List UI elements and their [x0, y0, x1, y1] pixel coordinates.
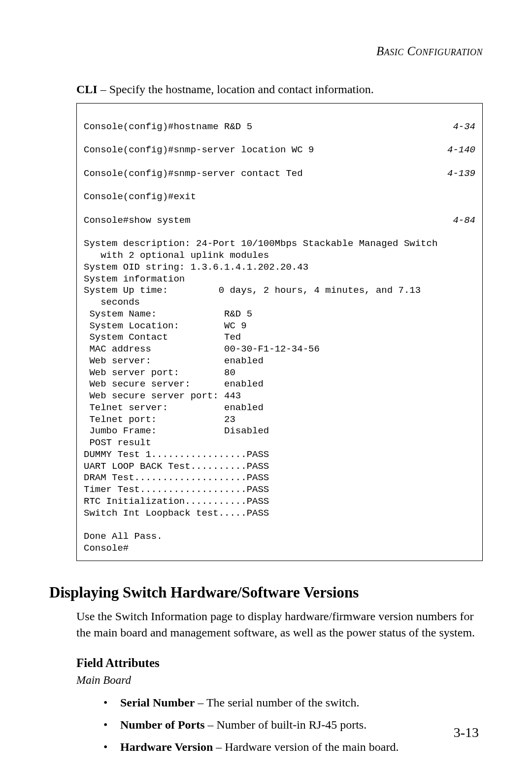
list-item: Serial Number – The serial number of the…: [103, 694, 483, 712]
cli-cmd: Console(config)#snmp-server location WC …: [84, 144, 314, 156]
cli-ref: 4-34: [453, 121, 475, 133]
attr-desc: – The serial number of the switch.: [195, 696, 359, 709]
attr-desc: – Hardware version of the main board.: [213, 740, 399, 753]
cli-line: Console(config)#snmp-server location WC …: [84, 144, 475, 156]
cli-ref: 4-84: [453, 215, 475, 227]
cli-ref: 4-140: [447, 144, 475, 156]
list-item: Number of Ports – Number of built-in RJ-…: [103, 716, 483, 734]
attr-term: Serial Number: [120, 696, 195, 709]
running-head: Basic Configuration: [49, 44, 483, 58]
cli-line: Console(config)#snmp-server contact Ted4…: [84, 168, 475, 180]
page-number: 3-13: [454, 725, 479, 740]
list-item: Hardware Version – Hardware version of t…: [103, 738, 483, 756]
cli-cmd: Console#show system: [84, 215, 191, 227]
cli-line: Console#show system4-84: [84, 215, 475, 227]
cli-label: CLI: [76, 83, 98, 96]
cli-cmd: Console(config)#snmp-server contact Ted: [84, 168, 303, 180]
section-heading: Displaying Switch Hardware/Software Vers…: [49, 584, 483, 601]
attribute-list: Serial Number – The serial number of the…: [103, 694, 483, 757]
cli-body: System description: 24-Port 10/100Mbps S…: [84, 238, 443, 554]
cli-line: Console(config)#exit: [84, 191, 475, 203]
attr-term: Hardware Version: [120, 740, 213, 753]
cli-intro: CLI – Specify the hostname, location and…: [76, 83, 483, 96]
cli-output-box: Console(config)#hostname R&D 54-34 Conso…: [76, 103, 483, 561]
cli-ref: 4-139: [447, 168, 475, 180]
main-board-label: Main Board: [76, 674, 483, 687]
attr-term: Number of Ports: [120, 718, 205, 731]
cli-line: Console(config)#hostname R&D 54-34: [84, 121, 475, 133]
field-attributes-heading: Field Attributes: [76, 656, 483, 670]
cli-intro-text: – Specify the hostname, location and con…: [98, 83, 374, 96]
cli-cmd: Console(config)#exit: [84, 191, 196, 203]
attr-desc: – Number of built-in RJ-45 ports.: [205, 718, 367, 731]
cli-cmd: Console(config)#hostname R&D 5: [84, 121, 252, 133]
section-paragraph: Use the Switch Information page to displ…: [76, 608, 483, 641]
